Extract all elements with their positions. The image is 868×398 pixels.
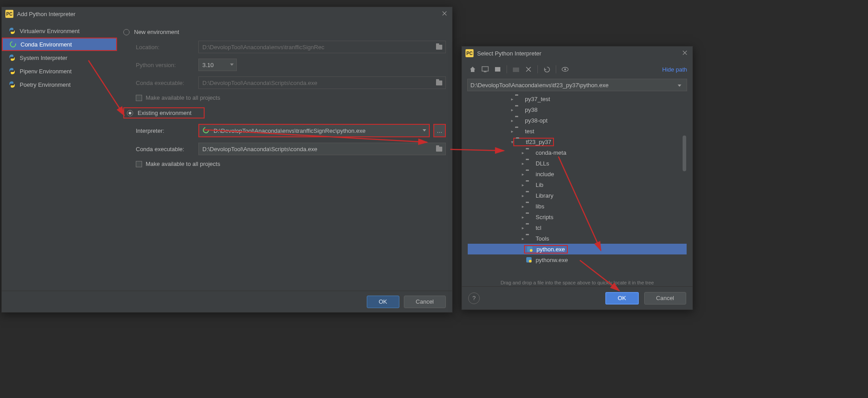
python-icon — [8, 67, 16, 75]
chevron-right-icon: ▸ — [520, 150, 526, 155]
folder-icon — [526, 182, 533, 188]
tree-item-label: libs — [536, 203, 545, 210]
svg-point-9 — [529, 260, 532, 263]
tree-folder[interactable]: ▸Scripts — [468, 212, 687, 222]
conda-icon — [9, 40, 17, 48]
folder-icon — [526, 149, 533, 156]
ok-button[interactable]: OK — [605, 292, 639, 305]
svg-rect-1 — [484, 72, 486, 72]
tree-folder[interactable]: ▸conda-meta — [468, 147, 687, 158]
delete-icon[interactable] — [523, 64, 534, 75]
chevron-right-icon: ▸ — [520, 182, 526, 187]
conda-exec-field — [198, 76, 446, 89]
chevron-down-icon — [423, 129, 426, 132]
help-icon[interactable]: ? — [468, 292, 480, 304]
tree-file[interactable]: python.exe — [468, 244, 687, 254]
make-available-checkbox[interactable] — [136, 161, 142, 167]
tree-item-label: py37_test — [525, 96, 550, 102]
tree-folder[interactable]: ▸py38-opt — [468, 115, 687, 126]
browse-folder-icon — [434, 42, 444, 51]
existing-env-radio[interactable]: Existing environment — [123, 107, 205, 119]
close-icon[interactable] — [441, 10, 449, 17]
chevron-down-icon[interactable] — [675, 82, 684, 89]
folder-icon — [516, 139, 523, 145]
new-folder-icon[interactable] — [511, 64, 521, 75]
scrollbar[interactable] — [682, 135, 687, 276]
sidebar-item-poetry-environment[interactable]: Poetry Environment — [2, 78, 117, 91]
tree-folder[interactable]: ▸py37_test — [468, 93, 687, 104]
location-field — [198, 41, 446, 53]
python-version-value: 3.10 — [202, 62, 214, 68]
tree-file[interactable]: pythonw.exe — [468, 254, 687, 265]
ok-button[interactable]: OK — [367, 296, 399, 308]
desktop-icon[interactable] — [480, 64, 491, 75]
sidebar-item-pipenv-environment[interactable]: Pipenv Environment — [2, 64, 117, 78]
chevron-right-icon: ▸ — [520, 215, 526, 220]
tree-item-label: Scripts — [536, 214, 554, 220]
sidebar-item-conda-environment[interactable]: Conda Environment — [2, 38, 117, 51]
interpreter-value: D:\DevolopTool\Anaconda\envs\tranfficSig… — [214, 127, 365, 134]
sidebar-item-label: Conda Environment — [21, 41, 72, 48]
svg-point-5 — [564, 68, 566, 70]
close-icon[interactable] — [682, 50, 689, 57]
browse-folder-icon[interactable] — [434, 144, 444, 153]
tree-folder[interactable]: ▸py38 — [468, 104, 687, 115]
cancel-button[interactable]: Cancel — [404, 296, 446, 308]
make-available-label: Make available to all projects — [146, 161, 220, 167]
dialog-button-bar: ? OK Cancel — [462, 286, 692, 309]
browse-folder-icon — [434, 78, 444, 87]
interpreter-combo[interactable]: D:\DevolopTool\Anaconda\envs\tranfficSig… — [198, 124, 430, 137]
tree-item-label: tf23_py37 — [526, 139, 551, 145]
make-available-label: Make available to all projects — [146, 94, 220, 101]
folder-icon — [526, 235, 533, 241]
chevron-down-icon — [230, 64, 234, 66]
tree-item-label: Lib — [536, 182, 543, 188]
pycharm-icon: PC — [465, 49, 474, 57]
select-interpreter-dialog: PC Select Python Interpreter — [461, 46, 693, 310]
chevron-right-icon: ▸ — [520, 161, 526, 166]
svg-point-7 — [530, 249, 533, 252]
tree-folder[interactable]: ▸Lib — [468, 179, 687, 190]
folder-icon — [515, 128, 522, 134]
location-label: Location: — [136, 44, 198, 51]
show-hidden-icon[interactable] — [560, 64, 570, 75]
conda-exec-field-2[interactable] — [198, 143, 446, 155]
sidebar-item-virtualenv-environment[interactable]: Virtualenv Environment — [2, 24, 117, 38]
interpreter-label: Interpreter: — [136, 127, 198, 134]
tree-folder[interactable]: ▸Library — [468, 190, 687, 201]
hide-path-link[interactable]: Hide path — [662, 66, 687, 73]
path-value: D:\DevolopTool\Anaconda\envs\tf23_py37\p… — [470, 82, 675, 89]
folder-icon — [515, 117, 522, 123]
sidebar-item-system-interpreter[interactable]: System Interpreter — [2, 51, 117, 64]
tree-folder[interactable]: ▸DLLs — [468, 158, 687, 169]
conda-env-panel: New environment Location: Python version… — [117, 21, 452, 291]
dialog-title: Add Python Interpreter — [17, 11, 441, 17]
tree-item-label: test — [525, 128, 534, 135]
python-icon — [8, 54, 16, 62]
path-field[interactable]: D:\DevolopTool\Anaconda\envs\tf23_py37\p… — [467, 79, 687, 91]
file-tree[interactable]: ▸py37_test▸py38▸py38-opt▸test▾tf23_py37▸… — [467, 93, 687, 278]
browse-interpreter-button[interactable]: … — [433, 124, 446, 137]
tree-folder[interactable]: ▸include — [468, 169, 687, 179]
conda-exec-label: Conda executable: — [136, 80, 198, 86]
add-interpreter-dialog: PC Add Python Interpreter Virtualenv Env… — [1, 7, 453, 313]
refresh-icon[interactable] — [541, 64, 552, 75]
new-env-radio[interactable]: New environment — [123, 29, 446, 35]
tree-item-label: DLLs — [536, 160, 549, 167]
tree-item-label: pythonw.exe — [536, 257, 568, 263]
chevron-right-icon: ▸ — [520, 236, 526, 241]
tree-folder[interactable]: ▸tcl — [468, 222, 687, 233]
tree-item-label: py38 — [525, 106, 537, 113]
cancel-button[interactable]: Cancel — [644, 292, 686, 305]
tree-item-label: tcl — [536, 224, 541, 231]
tree-folder[interactable]: ▸Tools — [468, 233, 687, 244]
tree-folder[interactable]: ▸libs — [468, 201, 687, 212]
pycharm-icon: PC — [5, 10, 13, 18]
tree-folder[interactable]: ▸test — [468, 126, 687, 136]
chevron-right-icon: ▸ — [520, 172, 526, 177]
svg-rect-0 — [482, 67, 488, 71]
tree-folder[interactable]: ▾tf23_py37 — [468, 136, 687, 147]
dialog-button-bar: OK Cancel — [2, 291, 452, 312]
home-icon[interactable] — [467, 64, 478, 75]
project-icon[interactable] — [492, 64, 503, 75]
